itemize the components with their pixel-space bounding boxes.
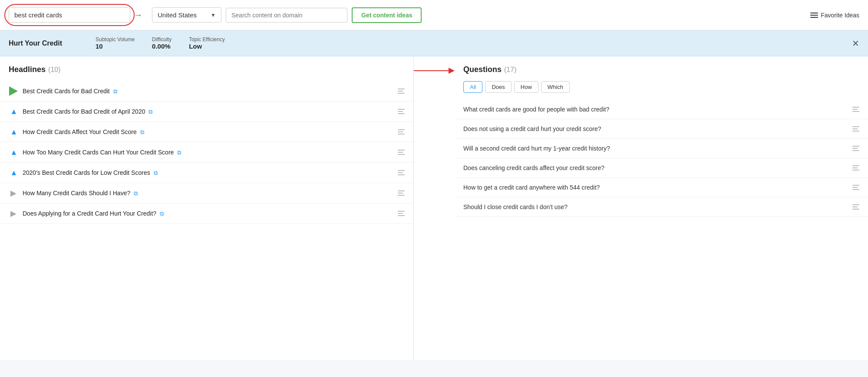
difficulty-value: 0.00% [152, 43, 172, 50]
headline-item[interactable]: ▴ How Credit Cards Affect Your Credit Sc… [0, 122, 413, 142]
menu-lines-icon[interactable] [398, 170, 405, 175]
headline-left: Best Credit Cards for Bad Credit ⧉ [9, 86, 117, 96]
info-bar: Hurt Your Credit Subtopic Volume 10 Diff… [0, 30, 868, 56]
question-item[interactable]: How to get a credit card anywhere with 5… [455, 178, 868, 197]
question-item[interactable]: Does not using a credit card hurt your c… [455, 119, 868, 139]
menu-lines-icon[interactable] [852, 126, 859, 131]
headline-text: Does Applying for a Credit Card Hurt You… [23, 210, 164, 217]
headlines-panel: Headlines (10) Best Credit Cards for Bad… [0, 56, 414, 360]
neutral-icon: ▶ [9, 188, 18, 198]
headline-left: ▴ How Credit Cards Affect Your Credit Sc… [9, 127, 144, 137]
questions-title: Questions (17) [455, 65, 868, 81]
menu-lines-icon[interactable] [398, 190, 405, 196]
headlines-title: Headlines (10) [0, 65, 413, 81]
headline-left: ▶ How Many Credit Cards Should I Have? ⧉ [9, 188, 138, 198]
menu-lines-icon[interactable] [398, 150, 405, 155]
headline-left: ▶ Does Applying for a Credit Card Hurt Y… [9, 209, 164, 218]
headline-left: ▴ 2020's Best Credit Cards for Low Credi… [9, 168, 158, 177]
get-content-ideas-button[interactable]: Get content ideas [352, 7, 422, 23]
menu-lines-icon[interactable] [852, 185, 859, 190]
menu-lines-icon[interactable] [398, 129, 405, 134]
headlines-count: (10) [48, 66, 60, 74]
country-selector[interactable]: United States United Kingdom Canada ▼ [152, 7, 221, 23]
external-link-icon[interactable]: ⧉ [113, 88, 117, 95]
main-search-wrapper: → [9, 7, 130, 23]
headline-item[interactable]: ▴ How Too Many Credit Cards Can Hurt You… [0, 142, 413, 163]
questions-panel: Questions (17) All Does How Which What c… [455, 56, 868, 360]
difficulty-metric: Difficulty 0.00% [152, 36, 172, 50]
question-text: Does canceling credit cards affect your … [463, 164, 604, 171]
headline-item[interactable]: ▶ Does Applying for a Credit Card Hurt Y… [0, 203, 413, 224]
external-link-icon[interactable]: ⧉ [140, 129, 144, 135]
question-item[interactable]: Does canceling credit cards affect your … [455, 158, 868, 178]
question-text: How to get a credit card anywhere with 5… [463, 184, 600, 191]
trending-icon: ▴ [9, 107, 18, 116]
external-link-icon[interactable]: ⧉ [134, 190, 138, 197]
search-arrow-icon: → [134, 10, 142, 20]
difficulty-label: Difficulty [152, 36, 172, 43]
question-item[interactable]: Should I close credit cards I don't use? [455, 197, 868, 217]
filter-tab-does[interactable]: Does [485, 81, 511, 93]
headline-text: How Many Credit Cards Should I Have? ⧉ [23, 190, 138, 197]
menu-lines-icon[interactable] [398, 109, 405, 114]
external-link-icon[interactable]: ⧉ [154, 170, 158, 176]
main-search-input[interactable] [9, 7, 130, 23]
question-item[interactable]: Will a second credit card hurt my 1-year… [455, 139, 868, 158]
filter-tab-which[interactable]: Which [541, 81, 570, 93]
menu-lines-icon[interactable] [398, 89, 405, 94]
headline-text: How Credit Cards Affect Your Credit Scor… [23, 128, 144, 136]
favorite-ideas-button[interactable]: Favorite Ideas [810, 12, 859, 19]
headline-text: How Too Many Credit Cards Can Hurt Your … [23, 149, 181, 156]
question-item[interactable]: What credit cards are good for people wi… [455, 100, 868, 119]
trending-up-icon [9, 86, 18, 96]
question-text: Does not using a credit card hurt your c… [463, 125, 601, 132]
subtopic-volume-label: Subtopic Volume [96, 36, 135, 43]
red-arrow-divider [414, 56, 455, 360]
headline-left: ▴ Best Credit Cards for Bad Credit of Ap… [9, 107, 152, 116]
question-text: Will a second credit card hurt my 1-year… [463, 145, 610, 152]
country-select[interactable]: United States United Kingdom Canada [158, 11, 207, 19]
filter-tabs: All Does How Which [455, 81, 868, 100]
filter-tab-how[interactable]: How [514, 81, 538, 93]
menu-lines-icon[interactable] [398, 211, 405, 216]
neutral-icon: ▶ [9, 209, 18, 218]
headline-text: 2020's Best Credit Cards for Low Credit … [23, 169, 158, 177]
headline-item[interactable]: ▴ Best Credit Cards for Bad Credit of Ap… [0, 102, 413, 122]
domain-search-input[interactable] [226, 8, 347, 23]
external-link-icon[interactable]: ⧉ [177, 149, 181, 156]
chevron-down-icon: ▼ [211, 12, 216, 18]
trending-icon: ▴ [9, 127, 18, 137]
questions-count: (17) [504, 66, 516, 74]
topic-efficiency-metric: Topic Efficiency Low [189, 36, 224, 50]
favorite-ideas-label: Favorite Ideas [821, 12, 859, 19]
question-text: Should I close credit cards I don't use? [463, 203, 568, 210]
headline-item[interactable]: ▶ How Many Credit Cards Should I Have? ⧉ [0, 183, 413, 203]
external-link-icon[interactable]: ⧉ [149, 108, 152, 115]
menu-lines-icon[interactable] [852, 146, 859, 151]
info-bar-title: Hurt Your Credit [9, 39, 78, 47]
question-text: What credit cards are good for people wi… [463, 106, 609, 113]
filter-tab-all[interactable]: All [463, 81, 482, 93]
hamburger-icon [810, 13, 818, 18]
trending-icon: ▴ [9, 148, 18, 157]
trending-icon: ▴ [9, 168, 18, 177]
external-link-icon[interactable]: ⧉ [160, 210, 164, 217]
subtopic-volume-value: 10 [96, 43, 135, 50]
close-button[interactable]: ✕ [852, 38, 859, 49]
topic-efficiency-value: Low [189, 43, 224, 50]
menu-lines-icon[interactable] [852, 204, 859, 210]
headline-text: Best Credit Cards for Bad Credit ⧉ [23, 88, 117, 95]
headline-text: Best Credit Cards for Bad Credit of Apri… [23, 108, 152, 115]
headline-item[interactable]: Best Credit Cards for Bad Credit ⧉ [0, 81, 413, 102]
headline-left: ▴ How Too Many Credit Cards Can Hurt You… [9, 148, 181, 157]
headline-item[interactable]: ▴ 2020's Best Credit Cards for Low Credi… [0, 163, 413, 183]
red-arrow [414, 68, 455, 74]
topic-efficiency-label: Topic Efficiency [189, 36, 224, 43]
header: → United States United Kingdom Canada ▼ … [0, 0, 868, 30]
main-content: Headlines (10) Best Credit Cards for Bad… [0, 56, 868, 360]
menu-lines-icon[interactable] [852, 165, 859, 170]
menu-lines-icon[interactable] [852, 107, 859, 112]
subtopic-volume-metric: Subtopic Volume 10 [96, 36, 135, 50]
